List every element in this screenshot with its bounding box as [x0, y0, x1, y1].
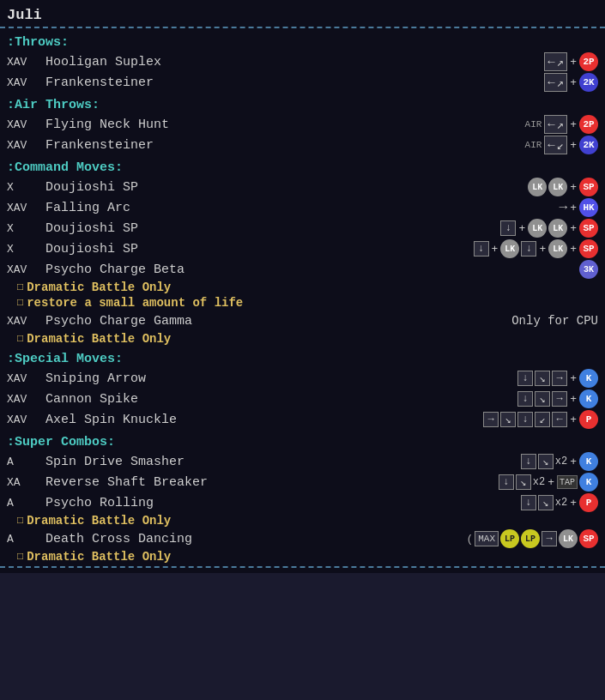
- tap-badge: TAP: [557, 475, 578, 489]
- move-inputs: ( MAX LP LP → LK SP: [466, 529, 598, 548]
- move-version: A: [7, 533, 45, 546]
- move-psycho-rolling: A Psycho Rolling ↓ ↘ x2 + P: [0, 492, 605, 513]
- move-version: A: [7, 497, 45, 510]
- move-psycho-charge-gamma: XAV Psycho Charge Gamma Only for CPU: [0, 311, 605, 331]
- move-name: Sniping Arrow: [45, 371, 517, 386]
- btn-lk2: LK: [548, 239, 567, 258]
- move-name: Spin Drive Smasher: [45, 455, 521, 469]
- d1: ↓: [521, 454, 536, 469]
- move-version: X: [7, 222, 45, 235]
- d3: →: [552, 371, 567, 386]
- character-title: Juli: [0, 3, 605, 25]
- move-reverse-shaft-breaker: XA Reverse Shaft Breaker ↓ ↘ x2 + TAP K: [0, 472, 605, 492]
- note-dramatic-1: □ Dramatic Battle Only: [0, 280, 605, 295]
- btn-2p: 2P: [579, 52, 598, 71]
- d1: ↓: [521, 495, 536, 510]
- move-name: Psycho Charge Beta: [45, 262, 579, 277]
- move-version: XAV: [7, 372, 45, 385]
- move-version: XAV: [7, 139, 45, 152]
- btn-p: P: [579, 410, 598, 429]
- btn-k: K: [579, 389, 598, 408]
- btn-lk: LK: [559, 529, 578, 548]
- move-version: XA: [7, 476, 45, 489]
- btn-sp: SP: [579, 529, 598, 548]
- d2: ↘: [516, 474, 531, 490]
- max-badge: MAX: [475, 531, 499, 546]
- move-inputs: ←↗ + 2K: [544, 73, 598, 92]
- move-inputs: AIR ←↙ + 2K: [525, 136, 598, 154]
- d1: →: [483, 412, 499, 427]
- move-inputs: ↓ + LK ↓ + LK + SP: [474, 239, 598, 258]
- btn-k: K: [579, 452, 598, 471]
- move-inputs: ↓ ↘ x2 + TAP K: [499, 473, 598, 492]
- btn-k: K: [579, 369, 598, 388]
- move-cannon-spike: XAV Cannon Spike ↓ ↘ → + K: [0, 389, 605, 409]
- move-flying-neck-hunt: XAV Flying Neck Hunt AIR ←↗ + 2P: [0, 114, 605, 135]
- dir-down: ↓: [474, 241, 489, 256]
- move-name: Doujioshi SP: [45, 221, 500, 236]
- d1: ↓: [499, 474, 514, 490]
- move-inputs: ↓ ↘ → + K: [517, 389, 598, 408]
- dir-down: ↓: [500, 220, 516, 236]
- move-name: Death Cross Dancing: [45, 532, 466, 546]
- x2-badge: x2: [533, 476, 545, 488]
- throw-input: ←↙: [544, 136, 567, 154]
- move-version: A: [7, 456, 45, 468]
- btn-lk: LK: [548, 219, 567, 238]
- btn-3k: 3K: [579, 260, 598, 279]
- move-doujioshi-2: X Doujioshi SP ↓ + LK LK + SP: [0, 218, 605, 238]
- move-inputs: ←↗ + 2P: [544, 52, 598, 71]
- move-inputs: Only for CPU: [505, 314, 598, 328]
- d1: ↓: [517, 391, 533, 407]
- move-death-cross-dancing: A Death Cross Dancing ( MAX LP LP → LK S…: [0, 528, 605, 549]
- btn-lp: LP: [500, 529, 519, 548]
- throw-input: ←↗: [544, 115, 567, 134]
- btn-sp2: SP: [579, 239, 598, 258]
- throws-header: :Throws:: [0, 30, 605, 51]
- dir-down2: ↓: [521, 241, 536, 256]
- move-name: Axel Spin Knuckle: [45, 413, 483, 427]
- move-inputs: LK LK + SP: [528, 178, 598, 196]
- note-dramatic-2: □ Dramatic Battle Only: [0, 331, 605, 347]
- throw-input: ←↗: [544, 52, 567, 71]
- move-inputs: ↓ + LK LK + SP: [500, 219, 598, 238]
- move-inputs: ↓ ↘ → + K: [517, 369, 598, 388]
- btn-sp: SP: [579, 178, 598, 196]
- move-name: Hooligan Suplex: [45, 55, 544, 69]
- top-divider: [0, 27, 605, 28]
- d5: ←: [552, 412, 567, 427]
- d3: →: [552, 391, 567, 407]
- page-container: { "character": { "name": "Juli" }, "sect…: [0, 0, 605, 573]
- move-inputs: ↓ ↘ x2 + K: [521, 452, 598, 471]
- move-version: XAV: [7, 56, 45, 69]
- d2: ↘: [535, 371, 550, 386]
- move-name: Psycho Rolling: [45, 496, 521, 510]
- move-inputs: → ↘ ↓ ↙ ← + P: [483, 410, 598, 429]
- btn-k: K: [579, 473, 598, 492]
- move-version: XAV: [7, 413, 45, 426]
- move-name: Reverse Shaft Breaker: [45, 475, 499, 490]
- move-doujioshi-3: X Doujioshi SP ↓ + LK ↓ + LK + SP: [0, 238, 605, 259]
- move-frankensteiner-air: XAV Frankensteiner AIR ←↙ + 2K: [0, 135, 605, 155]
- btn-lp2: LP: [521, 529, 540, 548]
- super-combos-header: :Super Combos:: [0, 430, 605, 451]
- move-version: X: [7, 181, 45, 194]
- move-version: XAV: [7, 393, 45, 406]
- btn-lk: LK: [528, 178, 547, 196]
- move-inputs: 3K: [579, 260, 598, 279]
- throw-input: ←↗: [544, 73, 567, 92]
- d-fwd: →: [541, 531, 557, 546]
- btn-hk: HK: [579, 198, 598, 217]
- move-name: Flying Neck Hunt: [45, 118, 525, 132]
- move-name: Doujioshi SP: [45, 242, 474, 256]
- move-version: XAV: [7, 315, 45, 328]
- d1: ↓: [517, 371, 533, 386]
- move-version: XAV: [7, 202, 45, 214]
- note-dramatic-4: □ Dramatic Battle Only: [0, 549, 605, 564]
- move-name: Frankensteiner: [45, 138, 525, 153]
- move-frankensteiner-throw: XAV Frankensteiner ←↗ + 2K: [0, 72, 605, 93]
- d2: ↘: [538, 454, 554, 469]
- move-name: Cannon Spike: [45, 392, 517, 407]
- move-version: XAV: [7, 118, 45, 131]
- move-sniping-arrow: XAV Sniping Arrow ↓ ↘ → + K: [0, 368, 605, 389]
